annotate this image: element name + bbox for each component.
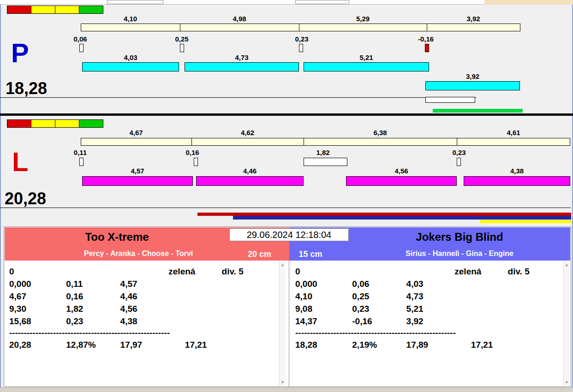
- net-time: 17,89: [406, 340, 469, 350]
- legend-red-cell: [7, 6, 31, 14]
- p-split-time-3: 5,29: [299, 15, 427, 23]
- p-green-progress-bar: [433, 109, 523, 113]
- scroll-up-icon[interactable]: ▲: [280, 262, 286, 267]
- lane-l-total-time: 20,28: [5, 190, 46, 207]
- l-change-time-4: 0,23: [448, 148, 470, 156]
- legend-green-cell: [79, 6, 103, 14]
- l-change-time-1: 0,11: [69, 148, 91, 156]
- p-split-time-2: 4,98: [180, 15, 299, 23]
- result-row: 15,68 0,23 4,38: [9, 316, 137, 327]
- legend-yellow-cell: [55, 119, 79, 128]
- l-run-time-1: 4,57: [82, 167, 193, 175]
- change-time: 0,11: [66, 279, 118, 289]
- cumulative-time: 9,30: [9, 304, 64, 314]
- run-time: 4,57: [120, 279, 137, 289]
- p-marker-box: [425, 97, 475, 103]
- l-split-bar-1: [81, 138, 192, 146]
- l-change-box-2: [194, 158, 198, 166]
- p-run-bar-4: [425, 81, 520, 90]
- top-window-strip: [0, 0, 573, 5]
- p-run-bar-1: [82, 62, 179, 71]
- background-window-fragment: [107, 0, 163, 4]
- p-change-box-2: [180, 44, 184, 52]
- cumulative-time: 0,000: [9, 279, 64, 289]
- total-time: 20,28: [9, 340, 64, 350]
- l-run-time-3: 4,56: [346, 167, 457, 175]
- run-time: 4,46: [120, 291, 137, 302]
- team-left-name: Too X-treme: [5, 231, 229, 244]
- best-time: 17,21: [185, 340, 207, 350]
- p-change-time-3: 0,23: [291, 35, 313, 43]
- race-progress-yellow-bar: [480, 220, 571, 223]
- result-header-row: 0 zelená div. 5: [9, 267, 244, 277]
- l-split-time-3: 6,38: [304, 129, 457, 137]
- l-baseline: [0, 208, 571, 208]
- window-bottom-strip: [0, 387, 573, 392]
- lane-p-total-time: 18,28: [6, 80, 47, 97]
- scroll-down-icon[interactable]: ▼: [564, 380, 570, 385]
- scroll-up-icon[interactable]: ▲: [564, 262, 570, 267]
- l-run-bar-3: [346, 176, 457, 186]
- p-change-time-4: -0,16: [414, 35, 437, 43]
- l-run-bar-4: [464, 176, 570, 186]
- p-run-bar-3: [304, 62, 429, 71]
- loss-percent: 2,19%: [352, 340, 404, 350]
- p-split-bar-4: [427, 24, 520, 31]
- l-split-time-1: 4,67: [81, 129, 191, 137]
- p-split-bar-2: [180, 24, 299, 31]
- p-split-time-1: 4,10: [81, 15, 180, 23]
- race-progress-blue-bar: [233, 216, 571, 220]
- team-right-members: Sirius - Hanneli - Gina - Engine: [348, 249, 571, 258]
- team-right-scrollbar[interactable]: ▲ ▼: [563, 261, 570, 386]
- l-split-time-4: 4,61: [457, 129, 570, 137]
- result-row: 4,67 0,16 4,46: [9, 291, 137, 302]
- result-row: 4,10 0,25 4,73: [295, 291, 424, 302]
- p-change-box-3: [299, 44, 303, 52]
- l-split-time-2: 4,62: [191, 129, 304, 137]
- p-split-time-4: 3,92: [427, 15, 520, 23]
- l-split-bar-2: [191, 138, 304, 146]
- l-run-time-4: 4,38: [464, 167, 570, 175]
- change-time: 0,23: [352, 304, 404, 314]
- result-row: 0,000 0,06 4,03: [295, 279, 424, 289]
- loss-percent: 12,87%: [66, 340, 118, 350]
- result-header-row: 0 zelená div. 5: [295, 267, 530, 277]
- run-time: 3,92: [406, 316, 424, 327]
- p-status-legend: [7, 6, 103, 14]
- p-change-time-1: 0,06: [69, 35, 91, 43]
- result-row: 9,30 1,82 4,56: [9, 304, 137, 314]
- p-baseline: [0, 97, 476, 98]
- separator-line: ----------------------------------------…: [9, 328, 170, 338]
- change-time: 1,82: [66, 304, 118, 314]
- l-change-box-4: [457, 158, 461, 166]
- l-change-time-3: 1,82: [312, 148, 334, 156]
- cumulative-time: 0,000: [295, 279, 350, 289]
- run-time: 4,38: [120, 316, 137, 327]
- background-window-fragment: [295, 0, 349, 4]
- change-time: 0,23: [66, 316, 118, 327]
- team-left-scrollbar[interactable]: ▲ ▼: [279, 261, 286, 386]
- team-left-jump-height: 20 cm: [231, 249, 288, 259]
- team-right-name: Jokers Big Blind: [348, 231, 571, 244]
- summary-row: 20,28 12,87% 17,97 17,21: [9, 340, 207, 350]
- lane-p-letter: P: [11, 40, 29, 66]
- l-status-legend: [7, 119, 103, 128]
- lane-divider: [0, 113, 573, 116]
- run-time: 4,73: [406, 291, 424, 302]
- l-run-bar-1: [82, 176, 193, 186]
- scroll-down-icon[interactable]: ▼: [280, 380, 286, 385]
- l-change-time-2: 0,16: [181, 148, 203, 156]
- l-run-time-2: 4,46: [196, 167, 304, 175]
- p-split-bar-3: [299, 24, 427, 31]
- background-window-fragment: [484, 0, 573, 5]
- change-time: 0,16: [66, 291, 118, 302]
- p-run-time-1: 4,03: [82, 53, 179, 61]
- cumulative-time: 9,08: [295, 304, 350, 314]
- result-row: 14,37 -0,16 3,92: [295, 316, 424, 327]
- cumulative-time: 15,68: [9, 316, 64, 327]
- legend-yellow-cell: [55, 6, 79, 14]
- p-change-box-4-negative: [425, 44, 429, 52]
- p-split-bar-1: [81, 24, 180, 31]
- p-run-time-4: 3,92: [425, 72, 520, 80]
- legend-green-cell: [79, 119, 103, 128]
